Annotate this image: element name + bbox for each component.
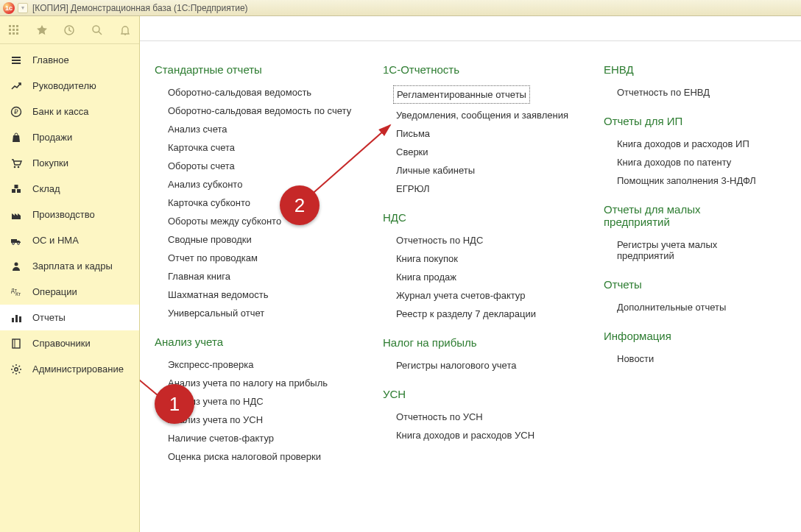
sidebar-item-dtk[interactable]: ДтКтОперации	[0, 279, 139, 305]
section-heading[interactable]: Информация	[604, 330, 766, 342]
report-link[interactable]: Отчетность по НДС	[383, 231, 574, 249]
report-link[interactable]: Анализ субконто	[155, 175, 353, 194]
book-icon	[9, 338, 24, 350]
report-link[interactable]: Оценка риска налоговой проверки	[155, 447, 353, 466]
sidebar-item-label: ОС и НМА	[32, 235, 79, 246]
section-heading[interactable]: НДС	[383, 211, 574, 224]
search-icon[interactable]	[91, 24, 104, 37]
report-link[interactable]: Сверки	[383, 143, 574, 161]
report-link[interactable]: Регистры учета малых предприятий	[604, 235, 766, 265]
svg-text:Кт: Кт	[15, 291, 21, 297]
sidebar-item-label: Руководителю	[32, 80, 96, 91]
section-heading[interactable]: Стандартные отчеты	[155, 63, 353, 76]
report-link[interactable]: Отчет по проводкам	[155, 249, 353, 267]
report-link[interactable]: Помощник заполнения 3-НДФЛ	[604, 171, 766, 190]
report-link[interactable]: Письма	[383, 124, 574, 143]
report-link[interactable]: Оборотно-сальдовая ведомость	[155, 83, 353, 102]
report-link[interactable]: Анализ счета	[155, 120, 353, 138]
history-icon[interactable]	[63, 24, 76, 37]
report-link[interactable]: Отчетность по ЕНВД	[604, 83, 766, 102]
sidebar-item-trend[interactable]: Руководителю	[0, 73, 139, 99]
section-heading[interactable]: Отчеты для ИП	[604, 115, 766, 127]
section-heading[interactable]: Налог на прибыль	[383, 336, 574, 349]
report-link[interactable]: Карточка счета	[155, 138, 353, 157]
sidebar-item-label: Склад	[32, 183, 60, 194]
report-link[interactable]: Регистры налогового учета	[383, 356, 574, 375]
sidebar-item-cart[interactable]: Покупки	[0, 150, 139, 176]
svg-rect-32	[13, 339, 20, 348]
section-heading[interactable]: Анализ учета	[155, 336, 353, 348]
sidebar-item-ruble[interactable]: ₽Банк и касса	[0, 99, 139, 124]
sidebar-item-boxes[interactable]: Склад	[0, 176, 139, 202]
section-heading[interactable]: Отчеты	[604, 278, 766, 291]
sidebar-item-gear[interactable]: Администрирование	[0, 356, 139, 382]
report-link[interactable]: Реестр к разделу 7 декларации	[383, 305, 574, 323]
report-link[interactable]: Сводные проводки	[155, 230, 353, 249]
report-link[interactable]: Обороты между субконто	[155, 212, 353, 230]
sidebar-item-label: Администрирование	[32, 363, 124, 375]
sidebar-item-person[interactable]: Зарплата и кадры	[0, 253, 139, 279]
report-link[interactable]: Книга продаж	[383, 268, 574, 286]
sidebar-item-truck[interactable]: ОС и НМА	[0, 227, 139, 253]
report-link[interactable]: ЕГРЮЛ	[383, 180, 574, 198]
sidebar-item-factory[interactable]: Производство	[0, 202, 139, 227]
gear-icon	[9, 363, 24, 375]
svg-point-24	[13, 242, 15, 244]
sidebar-item-label: Покупки	[32, 157, 68, 169]
content-column: 1С-ОтчетностьРегламентированные отчетыУв…	[368, 56, 589, 466]
cart-icon	[9, 157, 24, 169]
app-logo-icon: 1c	[3, 2, 15, 14]
svg-rect-5	[16, 29, 18, 31]
report-link[interactable]: Личные кабинеты	[383, 161, 574, 180]
person-icon	[9, 260, 24, 272]
report-link[interactable]: Шахматная ведомость	[155, 285, 353, 304]
report-link[interactable]: Книга доходов и расходов ИП	[604, 135, 766, 153]
svg-rect-29	[12, 318, 14, 322]
section-heading[interactable]: ЕНВД	[604, 63, 766, 76]
titlebar: 1c ▾ [КОПИЯ] Демонстрационная база (1С:П…	[0, 0, 801, 16]
svg-rect-8	[16, 32, 18, 35]
apps-icon[interactable]	[7, 24, 21, 37]
report-link[interactable]: Книга доходов и расходов УСН	[383, 426, 574, 444]
sidebar-item-bag[interactable]: Продажи	[0, 124, 139, 150]
sidebar-menu: ГлавноеРуководителю₽Банк и кассаПродажиП…	[0, 44, 139, 532]
svg-rect-30	[15, 315, 18, 322]
svg-rect-1	[13, 25, 15, 27]
report-link[interactable]: Книга доходов по патенту	[604, 153, 766, 171]
sidebar-item-book[interactable]: Справочники	[0, 330, 139, 356]
report-link[interactable]: Регламентированные отчеты	[393, 85, 530, 104]
report-link[interactable]: Универсальный отчет	[155, 304, 353, 322]
report-link[interactable]: Дополнительные отчеты	[604, 298, 766, 316]
report-link[interactable]: Отчетность по УСН	[383, 408, 574, 426]
svg-line-11	[99, 32, 102, 35]
report-link[interactable]: Новости	[604, 350, 766, 368]
report-link[interactable]: Журнал учета счетов-фактур	[383, 286, 574, 305]
svg-point-25	[18, 242, 20, 244]
report-link[interactable]: Наличие счетов-фактур	[155, 429, 353, 447]
report-link[interactable]: Экспресс-проверка	[155, 355, 353, 374]
svg-line-39	[13, 366, 14, 367]
section-heading[interactable]: Отчеты для малых предприятий	[604, 203, 766, 228]
svg-rect-23	[11, 239, 17, 243]
section-heading[interactable]: УСН	[383, 388, 574, 400]
bell-icon[interactable]	[119, 24, 132, 37]
svg-rect-15	[12, 63, 21, 64]
svg-rect-20	[12, 189, 15, 193]
report-link[interactable]: Обороты счета	[155, 157, 353, 175]
report-link[interactable]: Главная книга	[155, 267, 353, 285]
star-icon[interactable]	[35, 24, 49, 37]
svg-point-12	[124, 34, 126, 35]
svg-point-19	[18, 166, 20, 168]
report-link[interactable]: Карточка субконто	[155, 194, 353, 212]
sidebar-item-label: Производство	[32, 209, 95, 220]
report-link[interactable]: Книга покупок	[383, 249, 574, 268]
report-link[interactable]: Уведомления, сообщения и заявления	[383, 106, 574, 124]
svg-line-41	[13, 372, 14, 373]
section-heading[interactable]: 1С-Отчетность	[383, 63, 574, 76]
sidebar-item-menu[interactable]: Главное	[0, 47, 139, 73]
boxes-icon	[9, 183, 24, 195]
sidebar-item-chart[interactable]: Отчеты	[0, 305, 139, 330]
svg-rect-2	[16, 25, 18, 27]
report-link[interactable]: Оборотно-сальдовая ведомость по счету	[155, 102, 353, 120]
dropdown-icon[interactable]: ▾	[18, 3, 28, 13]
